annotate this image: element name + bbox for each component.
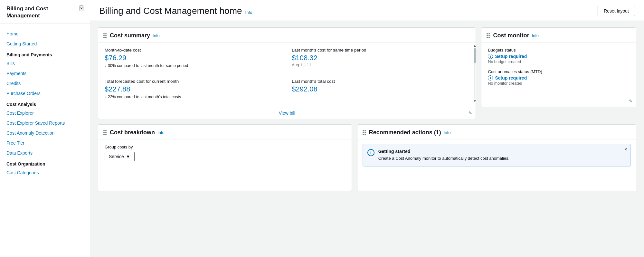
cost-breakdown-header: Cost breakdown Info [98, 125, 352, 139]
getting-started-title: Getting started [378, 149, 626, 154]
sidebar-item-credits[interactable]: Credits [0, 79, 90, 89]
cost-breakdown-drag-handle[interactable] [103, 129, 107, 136]
service-dropdown-label: Service [109, 154, 124, 159]
group-costs-label: Group costs by [105, 145, 345, 149]
recommended-actions-info-badge[interactable]: Info [444, 130, 451, 135]
cost-summary-drag-handle[interactable] [103, 33, 107, 39]
main-content: Cost summary Info Month-to-date cost $76… [90, 21, 644, 257]
getting-started-box: i Getting started Create a Cost Anomaly … [363, 144, 631, 167]
metric-month-to-date: Month-to-date cost $76.29 ↓ 30% compared… [105, 48, 282, 72]
sidebar-section-billing-payments: Billing and Payments [0, 49, 90, 59]
cost-monitor-drag-handle[interactable] [486, 33, 490, 39]
cost-summary-card: Cost summary Info Month-to-date cost $76… [98, 27, 476, 119]
metric-last-month-same-period-value[interactable]: $108.32 [292, 54, 317, 62]
anomalies-info-circle: i [488, 75, 493, 81]
main-content-area: Billing and Cost Management home Info Re… [90, 0, 644, 257]
recommended-actions-header: Recommended actions (1) Info [357, 125, 636, 139]
cost-summary-body: Month-to-date cost $76.29 ↓ 30% compared… [98, 43, 476, 107]
cards-row-2: Cost breakdown Info Group costs by Servi… [98, 124, 636, 191]
getting-started-close-button[interactable]: × [624, 147, 627, 152]
cards-row-1: Cost summary Info Month-to-date cost $76… [98, 27, 636, 119]
sidebar-item-payments[interactable]: Payments [0, 69, 90, 79]
sidebar-item-cost-categories[interactable]: Cost Categories [0, 168, 90, 178]
cost-summary-header: Cost summary Info [98, 28, 476, 43]
metric-last-month-same-period-date: Aug 1 – 11 [292, 63, 469, 67]
sidebar-close-button[interactable]: × [80, 5, 83, 11]
budgets-status-label: Budgets status [488, 48, 630, 52]
sidebar-item-getting-started[interactable]: Getting Started [0, 39, 90, 49]
recommended-actions-drag-handle[interactable] [362, 129, 366, 136]
cost-summary-info-badge[interactable]: Info [153, 33, 160, 38]
budgets-setup-required-link[interactable]: i Setup required [488, 54, 630, 59]
scroll-thumb [474, 48, 476, 63]
budgets-no-created-text: No budget created [488, 60, 630, 64]
recommended-actions-title: Recommended actions (1) [369, 129, 441, 136]
cost-monitor-header: Cost monitor Info [481, 28, 636, 43]
sidebar-item-purchase-orders[interactable]: Purchase Orders [0, 89, 90, 99]
metric-last-month-total-label: Last month's total cost [292, 79, 469, 84]
cost-monitor-card: Cost monitor Info Budgets status i Setup… [481, 27, 636, 107]
sidebar-item-data-exports[interactable]: Data Exports [0, 148, 90, 158]
metric-last-month-total-value[interactable]: $292.08 [292, 85, 317, 93]
sidebar-header: Billing and CostManagement × [0, 0, 90, 24]
scroll-up-button[interactable]: ▲ [473, 44, 476, 47]
metric-last-month-same-period-label: Last month's cost for same time period [292, 48, 469, 52]
chevron-down-icon: ▼ [126, 154, 130, 159]
cost-anomalies-label: Cost anomalies status (MTD) [488, 69, 630, 74]
recommended-actions-card: Recommended actions (1) Info i Getting s… [357, 124, 636, 191]
sidebar-section-cost-analysis: Cost Analysis [0, 99, 90, 108]
service-dropdown[interactable]: Service ▼ [105, 152, 135, 161]
getting-started-info-icon: i [367, 149, 374, 156]
budgets-info-circle: i [488, 54, 493, 59]
sidebar-item-free-tier[interactable]: Free Tier [0, 138, 90, 148]
page-title-area: Billing and Cost Management home Info [99, 6, 252, 16]
cost-monitor-edit-icon[interactable]: ✎ [629, 99, 633, 104]
sidebar-item-cost-explorer[interactable]: Cost Explorer [0, 108, 90, 118]
sidebar-item-bills[interactable]: Bills [0, 59, 90, 69]
cost-summary-edit-icon[interactable]: ✎ [469, 110, 472, 116]
scroll-down-button[interactable]: ▼ [473, 99, 476, 103]
anomalies-setup-required-text: Setup required [495, 75, 527, 81]
metric-month-to-date-label: Month-to-date cost [105, 48, 282, 52]
close-icon: × [80, 6, 83, 11]
cost-monitor-body: Budgets status i Setup required No budge… [481, 43, 636, 107]
cost-summary-footer: View bill [98, 107, 476, 119]
sidebar-nav: Home Getting Started Billing and Payment… [0, 24, 90, 257]
view-bill-link[interactable]: View bill [279, 110, 295, 116]
scroll-track [474, 48, 475, 99]
budgets-status-section: Budgets status i Setup required No budge… [488, 48, 630, 64]
cost-summary-scrollbar: ▲ ▼ [473, 44, 476, 103]
anomalies-no-created-text: No monitor created [488, 81, 630, 86]
sidebar-title: Billing and CostManagement [6, 5, 48, 19]
page-title-info-badge[interactable]: Info [245, 10, 252, 15]
cost-breakdown-title: Cost breakdown [110, 129, 155, 136]
getting-started-text: Create a Cost Anomaly monitor to automat… [378, 155, 626, 162]
cost-monitor-info-badge[interactable]: Info [532, 33, 539, 38]
anomalies-setup-required-link[interactable]: i Setup required [488, 75, 630, 81]
cost-breakdown-card: Cost breakdown Info Group costs by Servi… [98, 124, 352, 191]
cost-monitor-title: Cost monitor [493, 32, 529, 39]
metric-forecasted-cost-label: Total forecasted cost for current month [105, 79, 282, 84]
sidebar-section-cost-organization: Cost Organization [0, 158, 90, 168]
metric-last-month-total: Last month's total cost $292.08 [292, 79, 469, 104]
sidebar-item-cost-anomaly-detection[interactable]: Cost Anomaly Detection [0, 128, 90, 138]
cost-breakdown-body: Group costs by Service ▼ [98, 139, 352, 191]
page-title: Billing and Cost Management home [99, 6, 242, 16]
cost-anomalies-section: Cost anomalies status (MTD) i Setup requ… [488, 69, 630, 86]
metric-last-month-same-period: Last month's cost for same time period $… [292, 48, 469, 72]
getting-started-content: Getting started Create a Cost Anomaly mo… [378, 149, 626, 162]
cost-summary-title: Cost summary [110, 32, 150, 39]
metric-forecasted-cost: Total forecasted cost for current month … [105, 79, 282, 104]
sidebar: Billing and CostManagement × Home Gettin… [0, 0, 90, 257]
recommended-actions-body: i Getting started Create a Cost Anomaly … [357, 139, 636, 191]
sidebar-item-cost-explorer-saved-reports[interactable]: Cost Explorer Saved Reports [0, 118, 90, 128]
budgets-setup-required-text: Setup required [495, 54, 527, 59]
main-header: Billing and Cost Management home Info Re… [90, 0, 644, 21]
cost-breakdown-info-badge[interactable]: Info [157, 130, 165, 135]
sidebar-item-home[interactable]: Home [0, 27, 90, 39]
metric-forecasted-cost-value[interactable]: $227.88 [105, 85, 130, 93]
metric-month-to-date-sub: ↓ 30% compared to last month for same pe… [105, 63, 282, 68]
metric-forecasted-cost-sub: ↓ 22% compared to last month's total cos… [105, 95, 282, 99]
reset-layout-button[interactable]: Reset layout [598, 6, 635, 16]
metric-month-to-date-value[interactable]: $76.29 [105, 54, 126, 62]
